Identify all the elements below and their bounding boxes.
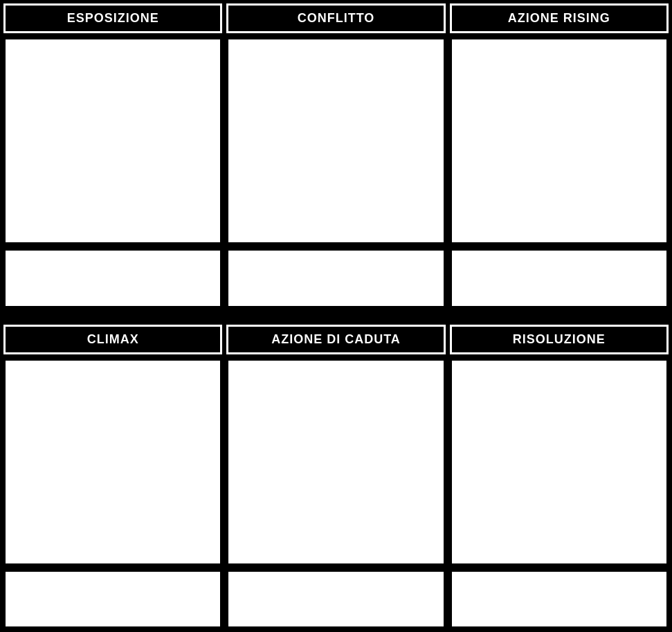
bottom-cell-2-2[interactable]: [226, 570, 445, 629]
bottom-cell-1-3[interactable]: [450, 359, 669, 566]
main-grid: ESPOSIZIONE CONFLITTO AZIONE RISING: [0, 0, 672, 632]
header-azione-di-caduta: AZIONE DI CADUTA: [226, 325, 445, 354]
header-conflitto: CONFLITTO: [226, 3, 445, 33]
header-esposizione: ESPOSIZIONE: [3, 3, 222, 33]
bottom-header-row: CLIMAX AZIONE DI CADUTA RISOLUZIONE: [3, 325, 669, 354]
top-large-row: [3, 37, 669, 244]
bottom-cell-1-1[interactable]: [3, 359, 222, 566]
top-cell-2-2[interactable]: [226, 249, 445, 307]
top-cell-1-3[interactable]: [450, 37, 669, 244]
bottom-cell-1-2[interactable]: [226, 359, 445, 566]
bottom-section: CLIMAX AZIONE DI CADUTA RISOLUZIONE: [3, 325, 669, 629]
bottom-content-rows: [3, 359, 669, 629]
header-climax: CLIMAX: [3, 325, 222, 354]
top-cell-1-2[interactable]: [226, 37, 445, 244]
section-divider: [3, 314, 669, 319]
top-section: ESPOSIZIONE CONFLITTO AZIONE RISING: [3, 3, 669, 308]
header-risoluzione: RISOLUZIONE: [450, 325, 669, 354]
top-cell-2-3[interactable]: [450, 249, 669, 307]
top-small-row: [3, 249, 669, 307]
bottom-small-row: [3, 570, 669, 629]
top-cell-2-1[interactable]: [3, 249, 222, 307]
header-azione-rising: AZIONE RISING: [450, 3, 669, 33]
bottom-large-row: [3, 359, 669, 566]
bottom-cell-2-3[interactable]: [450, 570, 669, 629]
bottom-cell-2-1[interactable]: [3, 570, 222, 629]
top-header-row: ESPOSIZIONE CONFLITTO AZIONE RISING: [3, 3, 669, 33]
top-content-rows: [3, 37, 669, 308]
top-cell-1-1[interactable]: [3, 37, 222, 244]
